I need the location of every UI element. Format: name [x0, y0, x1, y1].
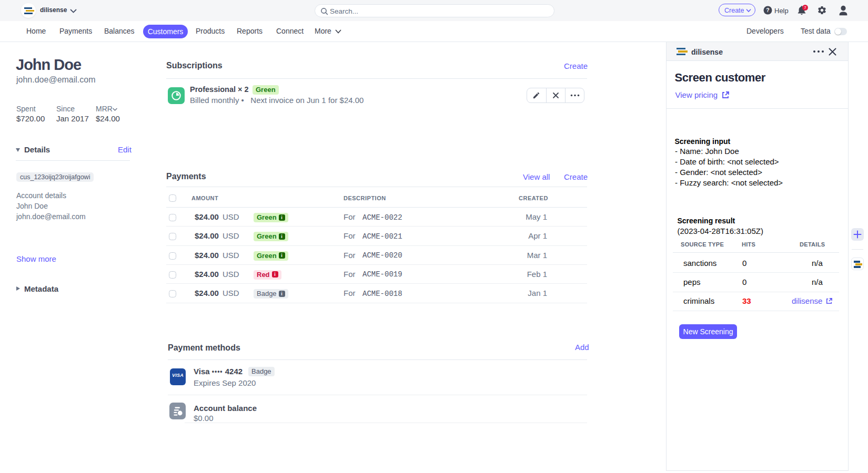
svg-text:?: ?	[766, 7, 769, 13]
